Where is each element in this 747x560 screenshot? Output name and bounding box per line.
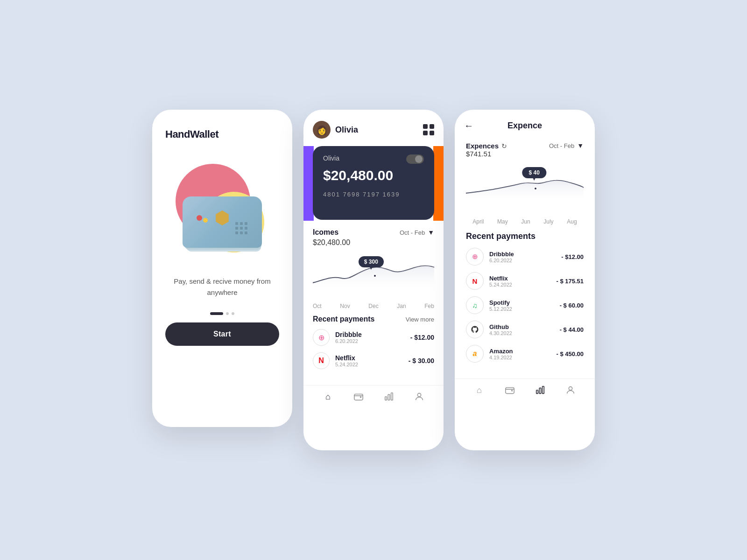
svg-rect-0: [354, 394, 362, 400]
nav3-wallet[interactable]: [504, 385, 515, 396]
expences-label: Expences: [466, 142, 499, 150]
view-more[interactable]: View more: [406, 316, 434, 323]
expences-section: Expences ↻ $741.51 Oct - Feb ▼: [455, 138, 595, 158]
income-chart: $ 300: [313, 252, 434, 299]
payment-item3-github: Github 4.30.2022 - $ 44.00: [466, 321, 584, 338]
nav3-chart[interactable]: [535, 385, 546, 396]
date-range: Oct - Feb: [400, 229, 425, 236]
recent-title: Recent payments: [313, 315, 375, 323]
icon3-spotify: ♫: [466, 296, 484, 314]
menu-icon[interactable]: [423, 124, 434, 135]
card-amount: $20,480.00: [323, 168, 424, 183]
expense-date-filter[interactable]: Oct - Feb ▼: [549, 142, 584, 149]
back-button[interactable]: ←: [464, 120, 473, 131]
svg-rect-8: [542, 386, 544, 394]
nav-user[interactable]: [414, 391, 425, 402]
icon3-amazon: a: [466, 345, 484, 363]
wallet-illustration: [171, 154, 274, 257]
date-filter[interactable]: Oct - Feb ▼: [400, 229, 434, 236]
income-section: Icomes Oct - Feb ▼ $20,480.00 $ 300: [303, 221, 444, 309]
payment-icon-netflix: N: [313, 352, 330, 369]
pagination-dots: [210, 312, 234, 315]
x-label-april: April: [472, 218, 484, 225]
info3-github: Github 4.30.2022: [489, 323, 560, 336]
wallet-hexagon: [215, 210, 230, 225]
dot-active: [210, 312, 223, 315]
nav3-user[interactable]: [565, 385, 576, 396]
nav-chart[interactable]: [383, 391, 395, 402]
wallet-yellow-dot: [203, 218, 208, 223]
filter-heart-icon: ▼: [428, 229, 434, 236]
recent-header: Recent payments View more: [313, 315, 434, 323]
icon3-github: [466, 321, 484, 338]
recent-payments: Recent payments View more ⊕ Dribbble 6.2…: [303, 309, 444, 381]
screen3-header: ← Expence: [455, 110, 595, 138]
recent-title-3: Recent payments: [466, 231, 584, 241]
expense-x-labels: April May Jun July Aug: [455, 218, 595, 225]
svg-rect-6: [536, 390, 538, 393]
credit-card: Olivia $20,480.00 4801 7698 7197 1639: [313, 146, 434, 220]
screen2-header: 👩 Olivia: [303, 110, 444, 146]
payment-item-netflix: N Netflix 5.24.2022 - $ 30.00: [313, 352, 434, 369]
x-label-nov: Nov: [340, 303, 350, 309]
dot-inactive-2: [232, 312, 234, 315]
svg-rect-5: [505, 388, 514, 394]
chart-tooltip: $ 300: [359, 256, 384, 267]
card-number: 4801 7698 7197 1639: [323, 191, 424, 198]
start-button[interactable]: Start: [165, 322, 279, 346]
expences-label-group: Expences ↻: [466, 142, 507, 150]
payment-item3-netflix: N Netflix 5.24.2022 - $ 175.51: [466, 272, 584, 290]
payment-amount-netflix: - $ 30.00: [409, 357, 434, 364]
info3-dribbble: Dribbble 6.20.2022: [489, 251, 561, 263]
x-label-feb: Feb: [424, 303, 434, 309]
screen3-title: Expence: [507, 121, 542, 131]
phone-3: ← Expence Expences ↻ $741.51 Oct - Feb: [455, 110, 595, 450]
chart-dot: [373, 274, 377, 278]
expences-left: Expences ↻ $741.51: [466, 142, 507, 158]
phone-2: 👩 Olivia Olivia $20,480.00 4: [303, 110, 444, 450]
bottom-nav-3: ⌂: [455, 378, 595, 401]
app-logo: HandWallet: [165, 128, 218, 140]
svg-point-9: [569, 387, 572, 390]
expences-header: Expences ↻ $741.51 Oct - Feb ▼: [466, 142, 584, 158]
icon3-netflix: N: [466, 272, 484, 290]
income-amount: $20,480.00: [313, 238, 434, 247]
payment-icon-dribbble: ⊕: [313, 329, 330, 346]
expense-date-range: Oct - Feb: [549, 142, 574, 149]
payment-item: ⊕ Dribbble 6.20.2022 - $12.00: [313, 329, 434, 346]
nav-wallet[interactable]: [353, 391, 364, 402]
payment-amount-dribbble: - $12.00: [410, 334, 434, 341]
x-label-may: May: [497, 218, 508, 225]
x-label-aug: Aug: [567, 218, 577, 225]
income-label: Icomes: [313, 228, 338, 237]
refresh-icon[interactable]: ↻: [501, 142, 507, 150]
wallet-red-dot: [197, 215, 202, 221]
expense-chart: $ 40: [466, 165, 584, 217]
x-label-july: July: [543, 218, 553, 225]
payment-info-dribbble: Dribbble 6.20.2022: [335, 331, 410, 344]
income-header: Icomes Oct - Feb ▼: [313, 228, 434, 237]
screens-container: HandWallet Pay, send & recive: [152, 110, 595, 450]
nav-home[interactable]: ⌂: [323, 391, 334, 402]
payment-name: Dribbble: [335, 331, 410, 338]
dot-inactive-1: [226, 312, 229, 315]
payment-item3-spotify: ♫ Spotify 5.12.2022 - $ 60.00: [466, 296, 584, 314]
svg-rect-3: [391, 393, 393, 400]
x-label-oct: Oct: [313, 303, 322, 309]
card-toggle[interactable]: [406, 154, 424, 164]
chart-x-labels: Oct Nov Dec Jan Feb: [313, 303, 434, 309]
info3-spotify: Spotify 5.12.2022: [489, 299, 560, 312]
payment-item3-dribbble: ⊕ Dribbble 6.20.2022 - $12.00: [466, 248, 584, 266]
svg-rect-7: [539, 388, 541, 393]
x-label-jan: Jan: [397, 303, 406, 309]
nav3-home[interactable]: ⌂: [474, 385, 485, 396]
bottom-nav: ⌂: [303, 385, 444, 408]
expences-amount: $741.51: [466, 150, 507, 158]
info3-amazon: Amazon 4.19.2022: [489, 348, 556, 360]
card-area: Olivia $20,480.00 4801 7698 7197 1639: [313, 146, 434, 221]
x-label-jun: Jun: [521, 218, 530, 225]
toggle-knob: [415, 155, 423, 163]
svg-rect-2: [388, 394, 390, 400]
info3-netflix: Netflix 5.24.2022: [489, 275, 556, 287]
svg-point-4: [417, 393, 421, 397]
